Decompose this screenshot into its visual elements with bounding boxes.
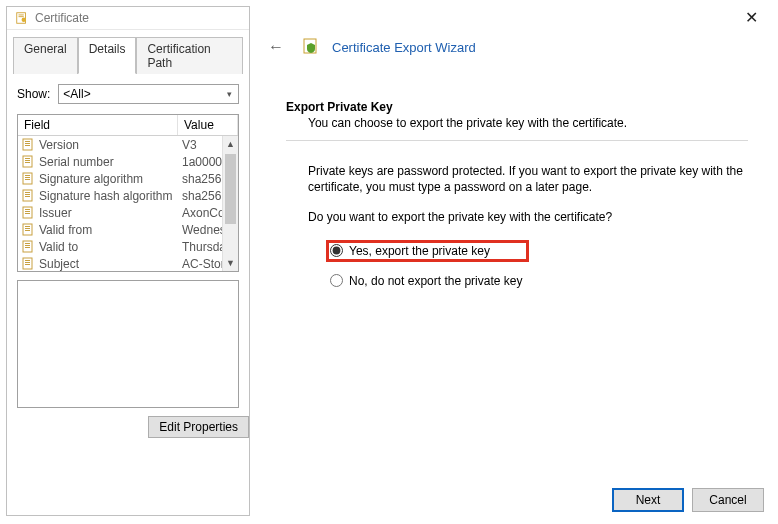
field-icon bbox=[22, 155, 35, 168]
table-row[interactable]: Signature hash algorithmsha256 bbox=[18, 187, 238, 204]
cell-field: Valid to bbox=[18, 240, 178, 254]
svg-rect-1 bbox=[19, 15, 24, 16]
certificate-window-titlebar: Certificate bbox=[7, 7, 249, 30]
radio-no-input[interactable] bbox=[330, 274, 343, 287]
table-row[interactable]: Serial number1a000000 bbox=[18, 153, 238, 170]
svg-rect-15 bbox=[25, 179, 30, 180]
cell-field: Signature algorithm bbox=[18, 172, 178, 186]
svg-rect-16 bbox=[23, 190, 32, 201]
wizard-header: ← Certificate Export Wizard bbox=[262, 36, 768, 58]
svg-rect-27 bbox=[25, 230, 30, 231]
edit-properties-button[interactable]: Edit Properties bbox=[148, 416, 249, 438]
svg-rect-13 bbox=[25, 175, 30, 176]
col-field[interactable]: Field bbox=[18, 115, 178, 135]
radio-option-no[interactable]: No, do not export the private key bbox=[326, 272, 748, 290]
wizard-title: Certificate Export Wizard bbox=[332, 40, 476, 55]
back-arrow-icon[interactable]: ← bbox=[262, 36, 290, 58]
cell-field: Signature hash algorithm bbox=[18, 189, 178, 203]
svg-rect-29 bbox=[25, 243, 30, 244]
svg-rect-10 bbox=[25, 160, 30, 161]
table-row[interactable]: SubjectAC-Storag bbox=[18, 255, 238, 272]
svg-rect-9 bbox=[25, 158, 30, 159]
cell-field: Subject bbox=[18, 257, 178, 271]
certificate-window-title: Certificate bbox=[35, 11, 89, 25]
table-row[interactable]: VersionV3 bbox=[18, 136, 238, 153]
field-icon bbox=[22, 257, 35, 270]
cancel-button[interactable]: Cancel bbox=[692, 488, 764, 512]
fields-listview[interactable]: Field Value VersionV3Serial number1a0000… bbox=[17, 114, 239, 272]
listview-scrollbar[interactable]: ▲ ▼ bbox=[222, 136, 238, 271]
svg-rect-35 bbox=[25, 264, 30, 265]
svg-rect-8 bbox=[23, 156, 32, 167]
table-row[interactable]: Valid toThursday, bbox=[18, 238, 238, 255]
wizard-shield-icon bbox=[302, 37, 320, 58]
cell-field: Version bbox=[18, 138, 178, 152]
field-detail-textarea[interactable] bbox=[17, 280, 239, 408]
svg-rect-23 bbox=[25, 213, 30, 214]
show-dropdown[interactable]: <All> ▾ bbox=[58, 84, 239, 104]
listview-header: Field Value bbox=[18, 115, 238, 136]
divider bbox=[286, 140, 748, 141]
svg-rect-4 bbox=[23, 139, 32, 150]
svg-rect-28 bbox=[23, 241, 32, 252]
scroll-up-icon[interactable]: ▲ bbox=[223, 136, 238, 152]
show-filter-row: Show: <All> ▾ bbox=[7, 74, 249, 114]
field-icon bbox=[22, 172, 35, 185]
svg-rect-26 bbox=[25, 228, 30, 229]
cell-field: Valid from bbox=[18, 223, 178, 237]
scroll-thumb[interactable] bbox=[225, 154, 236, 224]
scroll-down-icon[interactable]: ▼ bbox=[223, 255, 238, 271]
close-button[interactable]: ✕ bbox=[737, 6, 766, 29]
show-label: Show: bbox=[17, 87, 50, 101]
field-icon bbox=[22, 206, 35, 219]
svg-rect-19 bbox=[25, 196, 30, 197]
export-wizard-window: ✕ ← Certificate Export Wizard Export Pri… bbox=[252, 0, 778, 524]
svg-rect-20 bbox=[23, 207, 32, 218]
certificate-window: Certificate General Details Certificatio… bbox=[6, 6, 250, 516]
tab-bar: General Details Certification Path bbox=[13, 36, 243, 74]
wizard-paragraph-2: Do you want to export the private key wi… bbox=[308, 209, 748, 225]
tab-general[interactable]: General bbox=[13, 37, 78, 74]
svg-rect-25 bbox=[25, 226, 30, 227]
svg-rect-34 bbox=[25, 262, 30, 263]
field-icon bbox=[22, 223, 35, 236]
show-dropdown-value: <All> bbox=[63, 87, 90, 101]
wizard-heading: Export Private Key bbox=[286, 100, 748, 114]
tab-details[interactable]: Details bbox=[78, 37, 137, 74]
wizard-subheading: You can choose to export the private key… bbox=[308, 116, 748, 130]
svg-rect-2 bbox=[19, 16, 24, 17]
svg-rect-12 bbox=[23, 173, 32, 184]
wizard-paragraph-1: Private keys are password protected. If … bbox=[308, 163, 748, 195]
svg-rect-17 bbox=[25, 192, 30, 193]
svg-rect-30 bbox=[25, 245, 30, 246]
svg-rect-24 bbox=[23, 224, 32, 235]
export-key-radio-group: Yes, export the private key No, do not e… bbox=[326, 240, 748, 290]
radio-yes-label: Yes, export the private key bbox=[349, 244, 490, 258]
tab-certification-path[interactable]: Certification Path bbox=[136, 37, 243, 74]
field-icon bbox=[22, 189, 35, 202]
certificate-icon bbox=[15, 11, 29, 25]
chevron-down-icon: ▾ bbox=[222, 87, 236, 101]
radio-option-yes[interactable]: Yes, export the private key bbox=[326, 240, 529, 262]
svg-rect-32 bbox=[23, 258, 32, 269]
wizard-body: Export Private Key You can choose to exp… bbox=[286, 100, 748, 300]
field-icon bbox=[22, 138, 35, 151]
table-row[interactable]: Valid fromWednesda bbox=[18, 221, 238, 238]
wizard-button-bar: Next Cancel bbox=[612, 488, 764, 512]
svg-rect-14 bbox=[25, 177, 30, 178]
col-value[interactable]: Value bbox=[178, 115, 238, 135]
cell-field: Issuer bbox=[18, 206, 178, 220]
svg-rect-22 bbox=[25, 211, 30, 212]
radio-yes-input[interactable] bbox=[330, 244, 343, 257]
svg-point-3 bbox=[22, 18, 26, 22]
svg-rect-6 bbox=[25, 143, 30, 144]
next-button[interactable]: Next bbox=[612, 488, 684, 512]
svg-rect-31 bbox=[25, 247, 30, 248]
table-row[interactable]: Signature algorithmsha256RS bbox=[18, 170, 238, 187]
cell-field: Serial number bbox=[18, 155, 178, 169]
svg-rect-33 bbox=[25, 260, 30, 261]
svg-rect-21 bbox=[25, 209, 30, 210]
svg-rect-5 bbox=[25, 141, 30, 142]
radio-no-label: No, do not export the private key bbox=[349, 274, 522, 288]
table-row[interactable]: IssuerAxonCorp bbox=[18, 204, 238, 221]
